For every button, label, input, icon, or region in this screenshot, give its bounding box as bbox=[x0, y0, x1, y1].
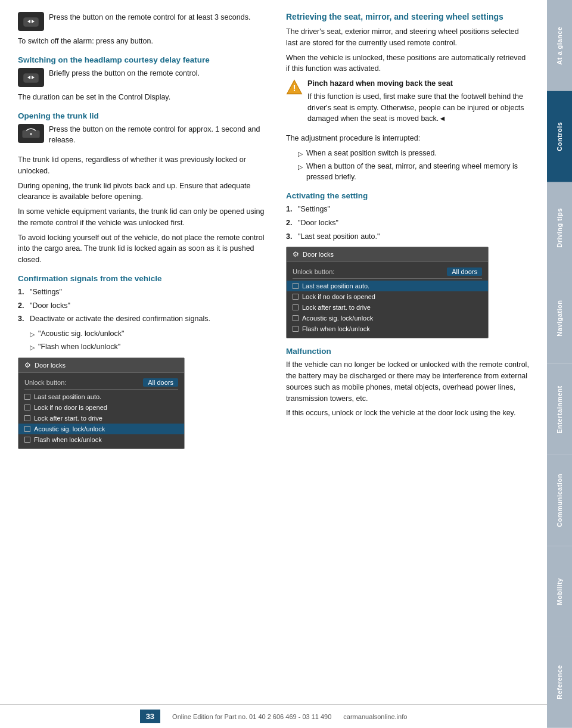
sidebar-label: At a glance bbox=[556, 26, 563, 64]
unlock-label-2: Unlock button: bbox=[293, 268, 334, 275]
screen-row: Lock after start. to drive bbox=[293, 302, 482, 313]
headlamp-instruction-text: Briefly press the button on the remote c… bbox=[49, 68, 200, 79]
trunk-p3: In some vehicle equipment variants, the … bbox=[18, 206, 268, 229]
checkbox-icon bbox=[24, 415, 30, 421]
list-item: ▷ When a button of the seat, mirror, and… bbox=[298, 161, 529, 183]
list-item: 1. "Settings" bbox=[286, 204, 529, 215]
trunk-icon bbox=[18, 124, 44, 143]
sidebar-item-entertainment[interactable]: Entertainment bbox=[547, 364, 572, 455]
sidebar-label: Navigation bbox=[556, 300, 563, 337]
warning-title: Pinch hazard when moving back the seat bbox=[307, 78, 529, 89]
trunk-instruction-text: Press the button on the remote control f… bbox=[49, 124, 268, 147]
sidebar-item-controls[interactable]: Controls bbox=[547, 91, 572, 182]
checkbox-icon bbox=[24, 394, 30, 400]
retrieving-p2: When the vehicle is unlocked, these posi… bbox=[286, 52, 529, 75]
footer-text: Online Edition for Part no. 01 40 2 606 … bbox=[172, 713, 331, 720]
retrieving-heading: Retrieving the seat, mirror, and steerin… bbox=[286, 12, 529, 21]
checkbox-icon bbox=[24, 426, 30, 432]
sidebar-item-mobility[interactable]: Mobility bbox=[547, 546, 572, 637]
unlock-value: All doors bbox=[143, 378, 178, 387]
malfunction-p1: If the vehicle can no longer be locked o… bbox=[286, 359, 529, 404]
checkbox-icon bbox=[24, 437, 30, 443]
retrieving-p1: The driver's seat, exterior mirror, and … bbox=[286, 26, 529, 49]
screen-icon-2: ⚙ bbox=[293, 250, 299, 259]
remote-instruction-box: Press the button on the remote control f… bbox=[18, 12, 268, 31]
trunk-instruction-box: Press the button on the remote control f… bbox=[18, 124, 268, 150]
sidebar-item-driving-tips[interactable]: Driving tips bbox=[547, 182, 572, 273]
checkbox-icon bbox=[293, 304, 299, 310]
screen-row-highlighted: Acoustic sig. lock/unlock bbox=[18, 424, 184, 434]
screen-header-title: Door locks bbox=[35, 362, 66, 369]
screen-row: Last seat position auto. bbox=[24, 391, 178, 402]
unlock-value-2: All doors bbox=[447, 267, 482, 276]
adjustment-list: ▷ When a seat position switch is pressed… bbox=[298, 148, 529, 183]
sidebar-label: Entertainment bbox=[556, 385, 563, 433]
list-item: 1. "Settings" bbox=[18, 287, 268, 298]
page-footer: 33 Online Edition for Part no. 01 40 2 6… bbox=[0, 704, 547, 728]
screen-icon: ⚙ bbox=[24, 361, 31, 369]
trunk-p4: To avoid locking yourself out of the veh… bbox=[18, 232, 268, 266]
checkbox-icon bbox=[293, 326, 299, 332]
remote-icon bbox=[18, 12, 44, 31]
headlamp-heading: Switching on the headlamp courtesy delay… bbox=[18, 55, 268, 64]
activating-heading: Activating the setting bbox=[286, 191, 529, 200]
list-item: 2. "Door locks" bbox=[18, 300, 268, 312]
sidebar-item-navigation[interactable]: Navigation bbox=[547, 273, 572, 364]
footer-site: carmanualsonline.info bbox=[343, 713, 407, 720]
chapter-sidebar: At a glance Controls Driving tips Naviga… bbox=[547, 0, 572, 728]
screen-row-highlighted-2: Last seat position auto. bbox=[287, 281, 488, 291]
warning-icon: ! bbox=[286, 79, 303, 96]
malfunction-heading: Malfunction bbox=[286, 347, 529, 356]
alarm-instruction: To switch off the alarm: press any butto… bbox=[18, 36, 268, 47]
screen-unlock-row: Unlock button: All doors bbox=[24, 377, 178, 390]
sidebar-label: Reference bbox=[556, 665, 563, 700]
list-item: ▷ "Acoustic sig. lock/unlock" bbox=[30, 328, 268, 340]
svg-rect-0 bbox=[24, 18, 38, 26]
door-locks-screen-2: ⚙ Door locks Unlock button: All doors La… bbox=[286, 247, 489, 338]
svg-rect-3 bbox=[24, 74, 38, 82]
screen-header-title-2: Door locks bbox=[303, 251, 334, 258]
headlamp-icon bbox=[18, 68, 44, 87]
trunk-heading: Opening the trunk lid bbox=[18, 111, 268, 120]
list-item: 2. "Door locks" bbox=[286, 217, 529, 229]
svg-text:!: ! bbox=[293, 83, 296, 93]
screen-row: Lock if no door is opened bbox=[293, 291, 482, 302]
screen-row: Flash when lock/unlock bbox=[293, 323, 482, 334]
sidebar-item-reference[interactable]: Reference bbox=[547, 637, 572, 728]
unlock-label: Unlock button: bbox=[24, 379, 66, 386]
confirmation-heading: Confirmation signals from the vehicle bbox=[18, 274, 268, 283]
checkbox-icon bbox=[293, 315, 299, 321]
screen-unlock-row-2: Unlock button: All doors bbox=[293, 266, 482, 279]
warning-text: If this function is used, first make sur… bbox=[307, 91, 529, 125]
sidebar-item-communication[interactable]: Communication bbox=[547, 455, 572, 546]
confirmation-sub-list: ▷ "Acoustic sig. lock/unlock" ▷ "Flash w… bbox=[30, 328, 268, 353]
remote-instruction-text: Press the button on the remote control f… bbox=[49, 12, 250, 23]
sidebar-label: Controls bbox=[556, 122, 563, 151]
adjustment-heading: The adjustment procedure is interrupted: bbox=[286, 133, 529, 144]
confirmation-list: 1. "Settings" 2. "Door locks" 3. Deactiv… bbox=[18, 287, 268, 325]
malfunction-p2: If this occurs, unlock or lock the vehic… bbox=[286, 407, 529, 419]
svg-point-7 bbox=[30, 133, 32, 135]
screen-row: Acoustic sig. lock/unlock bbox=[293, 313, 482, 323]
screen-row: Lock after start. to drive bbox=[24, 413, 178, 424]
list-item: ▷ When a seat position switch is pressed… bbox=[298, 148, 529, 159]
checkbox-icon bbox=[24, 405, 30, 410]
headlamp-instruction-box: Briefly press the button on the remote c… bbox=[18, 68, 268, 87]
sidebar-label: Communication bbox=[556, 474, 563, 527]
door-locks-screen-1: ⚙ Door locks Unlock button: All doors La… bbox=[18, 357, 185, 449]
sidebar-label: Driving tips bbox=[556, 208, 563, 248]
activating-list: 1. "Settings" 2. "Door locks" 3. "Last s… bbox=[286, 204, 529, 242]
checkbox-icon bbox=[293, 294, 299, 300]
headlamp-note: The duration can be set in the Control D… bbox=[18, 92, 268, 103]
sidebar-item-at-a-glance[interactable]: At a glance bbox=[547, 0, 572, 91]
screen-row: Lock if no door is opened bbox=[24, 402, 178, 413]
warning-box: ! Pinch hazard when moving back the seat… bbox=[286, 78, 529, 128]
trunk-p1: The trunk lid opens, regardless of wheth… bbox=[18, 154, 268, 177]
checkbox-icon bbox=[293, 283, 299, 289]
page-number: 33 bbox=[140, 710, 160, 723]
sidebar-label: Mobility bbox=[556, 578, 563, 605]
trunk-p2: During opening, the trunk lid pivots bac… bbox=[18, 181, 268, 203]
list-item: 3. Deactivate or activate the desired co… bbox=[18, 313, 268, 325]
list-item: ▷ "Flash when lock/unlock" bbox=[30, 341, 268, 353]
list-item: 3. "Last seat position auto." bbox=[286, 231, 529, 242]
